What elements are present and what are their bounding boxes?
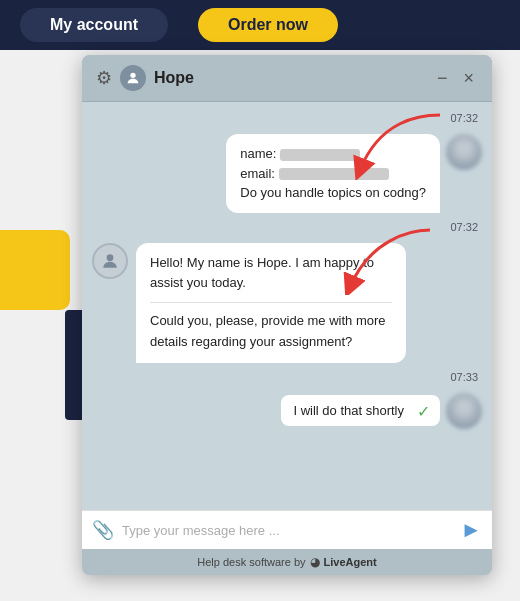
canned-response-message: I will do that shortly ✓ xyxy=(92,393,482,429)
chat-messages: 07:32 name: email: Do you handle topics … xyxy=(82,102,492,510)
name-redacted xyxy=(280,149,360,161)
user-msg-name-line: name: xyxy=(240,144,426,164)
user-msg-question: Do you handle topics on codng? xyxy=(240,183,426,203)
message-timestamp-1: 07:32 xyxy=(92,112,482,124)
user-message-1: name: email: Do you handle topics on cod… xyxy=(92,134,482,213)
chat-input-area: 📎 Type your message here ... ► xyxy=(82,510,492,549)
my-account-button[interactable]: My account xyxy=(20,8,168,42)
top-bar: My account Order now xyxy=(0,0,520,50)
user-msg-email-line: email: xyxy=(240,164,426,184)
chat-title: Hope xyxy=(154,69,425,87)
user-bubble-1: name: email: Do you handle topics on cod… xyxy=(226,134,440,213)
liveagent-brand: LiveAgent xyxy=(324,556,377,568)
liveagent-icon: ◕ xyxy=(310,555,320,569)
chat-header: ⚙ Hope − × xyxy=(82,55,492,102)
order-now-button[interactable]: Order now xyxy=(198,8,338,42)
send-button[interactable]: ► xyxy=(460,517,482,543)
agent-avatar-icon xyxy=(120,65,146,91)
message-input[interactable]: Type your message here ... xyxy=(122,519,452,542)
attach-icon[interactable]: 📎 xyxy=(92,519,114,541)
agent-msg-para2: Could you, please, provide me with more … xyxy=(150,311,392,353)
user-avatar-thumb-2 xyxy=(446,393,482,429)
canned-text: I will do that shortly xyxy=(293,403,404,418)
yellow-accent-block xyxy=(0,230,70,310)
agent-bubble-1: Hello! My name is Hope. I am happy to as… xyxy=(136,243,406,363)
bubble-divider xyxy=(150,302,392,303)
message-timestamp-3: 07:33 xyxy=(92,371,482,383)
agent-msg-para1: Hello! My name is Hope. I am happy to as… xyxy=(150,253,392,295)
svg-point-1 xyxy=(107,254,114,261)
minimize-button[interactable]: − xyxy=(433,68,452,89)
close-button[interactable]: × xyxy=(459,68,478,89)
canned-bubble: I will do that shortly ✓ xyxy=(281,395,440,426)
footer-help-text: Help desk software by xyxy=(197,556,305,568)
chat-window: ⚙ Hope − × 07:32 name: email: xyxy=(82,55,492,575)
message-timestamp-2: 07:32 xyxy=(92,221,482,233)
email-redacted xyxy=(279,168,389,180)
settings-icon[interactable]: ⚙ xyxy=(96,67,112,89)
svg-point-0 xyxy=(130,73,135,78)
chat-footer: Help desk software by ◕ LiveAgent xyxy=(82,549,492,575)
agent-avatar xyxy=(92,243,128,279)
check-icon: ✓ xyxy=(417,401,430,420)
agent-message-1: Hello! My name is Hope. I am happy to as… xyxy=(92,243,482,363)
user-avatar-thumb-1 xyxy=(446,134,482,170)
